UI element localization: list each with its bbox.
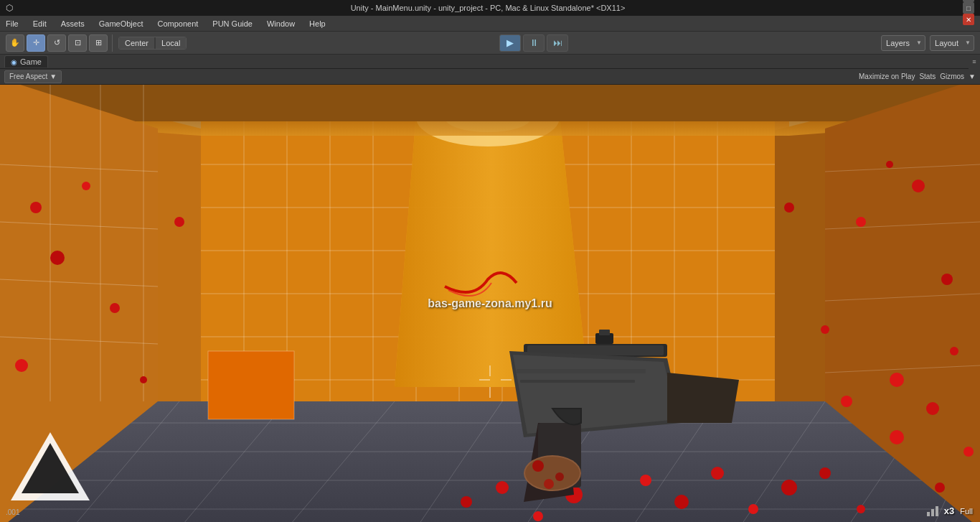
svg-rect-105 bbox=[599, 330, 610, 335]
maximize-button[interactable]: □ bbox=[963, 2, 974, 14]
title-bar: ⬡ Unity - MainMenu.unity - unity_project… bbox=[0, 0, 980, 16]
game-tab-icon: ◉ bbox=[11, 58, 17, 66]
layers-dropdown[interactable]: Layers bbox=[881, 35, 925, 51]
svg-point-69 bbox=[912, 180, 925, 192]
menu-help[interactable]: Help bbox=[306, 18, 329, 29]
svg-point-81 bbox=[857, 505, 865, 513]
svg-point-82 bbox=[890, 430, 904, 444]
svg-point-80 bbox=[819, 467, 831, 479]
center-local-toggle: Center Local bbox=[118, 37, 187, 50]
bottom-left-info: .001 bbox=[6, 508, 19, 516]
bar-2 bbox=[931, 509, 934, 516]
close-button[interactable]: ✕ bbox=[963, 14, 974, 25]
svg-point-79 bbox=[963, 447, 974, 457]
svg-point-64 bbox=[50, 251, 65, 265]
svg-point-74 bbox=[784, 202, 794, 213]
svg-point-71 bbox=[941, 274, 953, 285]
svg-point-62 bbox=[30, 202, 42, 213]
layout-dropdown[interactable]: Layout bbox=[930, 35, 974, 51]
play-button[interactable]: ▶ bbox=[499, 34, 521, 52]
svg-point-92 bbox=[461, 496, 472, 508]
bar-3 bbox=[936, 506, 938, 516]
svg-point-90 bbox=[496, 481, 509, 494]
svg-point-88 bbox=[748, 504, 758, 514]
svg-point-91 bbox=[533, 511, 543, 521]
signal-bars-icon bbox=[927, 506, 938, 516]
svg-point-89 bbox=[781, 480, 797, 495]
free-aspect-label: Free Aspect bbox=[9, 73, 47, 80]
svg-point-110 bbox=[544, 479, 554, 489]
svg-point-77 bbox=[886, 161, 893, 168]
gizmos-chevron: ▼ bbox=[969, 73, 976, 80]
svg-point-73 bbox=[890, 373, 904, 387]
tool-scale[interactable]: ⊡ bbox=[68, 34, 87, 52]
x3-multiplier: x3 bbox=[944, 505, 954, 516]
svg-rect-111 bbox=[517, 369, 646, 373]
layout-dropdown-wrapper[interactable]: Layout bbox=[930, 35, 974, 51]
svg-point-66 bbox=[15, 359, 28, 372]
svg-point-86 bbox=[674, 495, 689, 509]
game-toolbar-right: Maximize on Play Stats Gizmos ▼ bbox=[859, 73, 976, 80]
svg-marker-103 bbox=[667, 373, 739, 423]
bar-1 bbox=[927, 512, 930, 516]
menu-gameobject[interactable]: GameObject bbox=[96, 18, 146, 29]
svg-point-72 bbox=[821, 325, 829, 334]
svg-rect-60 bbox=[208, 351, 294, 419]
center-button[interactable]: Center bbox=[119, 37, 154, 49]
bottom-right-info: x3 Full bbox=[927, 505, 973, 516]
tool-hand[interactable]: ✋ bbox=[6, 34, 24, 52]
tab-scroll-button[interactable]: ≡ bbox=[969, 55, 980, 69]
svg-point-65 bbox=[110, 303, 120, 313]
game-toolbar: Free Aspect ▼ Maximize on Play Stats Giz… bbox=[0, 69, 980, 85]
free-aspect-button[interactable]: Free Aspect ▼ bbox=[4, 70, 62, 83]
pause-button[interactable]: ⏸ bbox=[523, 34, 545, 52]
game-scene bbox=[0, 85, 980, 522]
frame-counter: .001 bbox=[6, 508, 19, 516]
menu-file[interactable]: File bbox=[3, 18, 22, 29]
tool-rect[interactable]: ⊞ bbox=[89, 34, 108, 52]
playback-controls: ▶ ⏸ ⏭ bbox=[499, 34, 568, 52]
menu-edit[interactable]: Edit bbox=[30, 18, 50, 29]
toolbar: ✋ ✛ ↺ ⊡ ⊞ Center Local ▶ ⏸ ⏭ Layers Layo… bbox=[0, 32, 980, 55]
game-tab-bar: ◉ Game ≡ bbox=[0, 55, 980, 69]
svg-point-83 bbox=[935, 483, 945, 493]
game-toolbar-left: Free Aspect ▼ bbox=[4, 70, 62, 83]
game-tab[interactable]: ◉ Game bbox=[4, 55, 48, 67]
free-aspect-chevron: ▼ bbox=[50, 73, 57, 80]
svg-marker-45 bbox=[0, 85, 980, 121]
game-viewport: bas-game-zona.my1.ru x3 Full .001 bbox=[0, 85, 980, 522]
menu-bar: File Edit Assets GameObject Component PU… bbox=[0, 16, 980, 32]
local-button[interactable]: Local bbox=[156, 37, 186, 49]
game-tab-label: Game bbox=[20, 57, 42, 66]
maximize-on-play-button[interactable]: Maximize on Play bbox=[859, 73, 915, 80]
tool-group: ✋ ✛ ↺ ⊡ ⊞ bbox=[6, 34, 113, 52]
stats-button[interactable]: Stats bbox=[919, 73, 936, 80]
title-bar-controls: ─ □ ✕ bbox=[963, 0, 974, 25]
window-title: Unity - MainMenu.unity - unity_project -… bbox=[351, 4, 626, 12]
svg-point-109 bbox=[555, 472, 564, 481]
svg-point-70 bbox=[856, 217, 866, 227]
menu-assets[interactable]: Assets bbox=[58, 18, 88, 29]
svg-point-76 bbox=[841, 396, 852, 407]
svg-point-67 bbox=[140, 376, 147, 383]
svg-point-108 bbox=[532, 460, 544, 472]
tool-rotate[interactable]: ↺ bbox=[47, 34, 66, 52]
menu-window[interactable]: Window bbox=[264, 18, 298, 29]
svg-point-68 bbox=[174, 217, 184, 227]
svg-rect-112 bbox=[520, 380, 635, 383]
gizmos-button[interactable]: Gizmos bbox=[940, 73, 964, 80]
svg-point-78 bbox=[926, 402, 939, 415]
svg-point-85 bbox=[640, 475, 651, 486]
svg-point-87 bbox=[711, 467, 724, 480]
svg-point-63 bbox=[82, 182, 90, 190]
svg-point-75 bbox=[950, 347, 958, 355]
menu-pun-guide[interactable]: PUN Guide bbox=[209, 18, 255, 29]
step-button[interactable]: ⏭ bbox=[547, 34, 568, 52]
layers-dropdown-wrapper[interactable]: Layers bbox=[881, 35, 925, 51]
menu-component[interactable]: Component bbox=[154, 18, 201, 29]
tool-move[interactable]: ✛ bbox=[27, 34, 45, 52]
app-icon: ⬡ bbox=[6, 3, 13, 13]
game-panel: ◉ Game ≡ Free Aspect ▼ Maximize on Play … bbox=[0, 55, 980, 522]
full-label: Full bbox=[960, 507, 973, 516]
